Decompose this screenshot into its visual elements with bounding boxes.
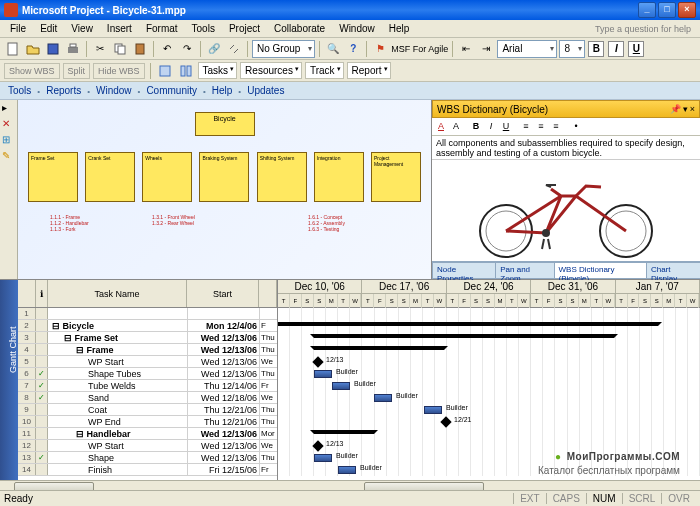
table-row[interactable]: 9CoatThu 12/21/06Thu — [18, 404, 277, 416]
tasks-menu[interactable]: Tasks — [198, 62, 238, 79]
split-button[interactable]: Split — [63, 63, 91, 79]
menu-project[interactable]: Project — [223, 21, 266, 36]
track-menu[interactable]: Track — [305, 62, 344, 79]
dict-italic-button[interactable]: I — [484, 120, 498, 134]
menu-view[interactable]: View — [65, 21, 99, 36]
view-icon-2[interactable] — [177, 62, 195, 80]
start-header[interactable]: Start — [187, 280, 259, 307]
menu-file[interactable]: File — [4, 21, 32, 36]
dict-tab[interactable]: WBS Dictionary (Bicycle) — [554, 262, 647, 279]
gantt-bar[interactable] — [374, 394, 392, 402]
gantt-bar[interactable] — [424, 406, 442, 414]
wbs-node[interactable]: Integration — [314, 152, 364, 202]
table-row[interactable]: 1 — [18, 308, 277, 320]
table-row[interactable]: 4⊟ FrameWed 12/13/06Thu — [18, 344, 277, 356]
view-icon-1[interactable] — [156, 62, 174, 80]
report-menu[interactable]: Report — [347, 62, 391, 79]
wbs-subnode-list[interactable]: 1.1.1 - Frame 1.1.2 - Handlebar 1.1.3 - … — [50, 214, 89, 232]
sec-menu-tools[interactable]: Tools — [6, 85, 33, 96]
gantt-bar[interactable] — [314, 454, 332, 462]
bold-button[interactable]: B — [588, 41, 604, 57]
save-icon[interactable] — [44, 40, 62, 58]
minimize-button[interactable]: _ — [638, 2, 656, 18]
table-row[interactable]: 13✓ShapeWed 12/13/06Thu — [18, 452, 277, 464]
finish-header[interactable] — [259, 280, 277, 307]
gantt-sidebar-label[interactable]: Gantt Chart — [0, 280, 18, 480]
unlink-icon[interactable] — [225, 40, 243, 58]
dict-tab[interactable]: Chart Display — [646, 262, 700, 279]
redo-icon[interactable]: ↷ — [178, 40, 196, 58]
pointer-icon[interactable]: ▸ — [2, 102, 16, 116]
close-button[interactable]: × — [678, 2, 696, 18]
resources-menu[interactable]: Resources — [240, 62, 302, 79]
show-wbs-button[interactable]: Show WBS — [4, 63, 60, 79]
sec-menu-community[interactable]: Community — [144, 85, 199, 96]
underline-button[interactable]: U — [628, 41, 644, 57]
gantt-bar[interactable] — [314, 370, 332, 378]
maximize-button[interactable]: □ — [658, 2, 676, 18]
outdent-icon[interactable]: ⇤ — [457, 40, 475, 58]
panel-dropdown-icon[interactable]: ▾ — [683, 104, 688, 114]
wbs-subnode-list[interactable]: 1.3.1 - Front Wheel 1.3.2 - Rear Wheel — [152, 214, 195, 226]
table-row[interactable]: 14FinishFri 12/15/06Fr — [18, 464, 277, 476]
wbs-node[interactable]: Braking System — [199, 152, 249, 202]
table-row[interactable]: 12WP StartWed 12/13/06We — [18, 440, 277, 452]
sec-menu-reports[interactable]: Reports — [44, 85, 83, 96]
dict-align-right-icon[interactable]: ≡ — [549, 120, 563, 134]
table-row[interactable]: 11⊟ HandlebarWed 12/13/06Mor — [18, 428, 277, 440]
table-row[interactable]: 10WP EndThu 12/21/06Thu — [18, 416, 277, 428]
menu-tools[interactable]: Tools — [186, 21, 221, 36]
table-row[interactable]: 3⊟ Frame SetWed 12/13/06Thu — [18, 332, 277, 344]
menu-format[interactable]: Format — [140, 21, 184, 36]
tool-icon[interactable]: ✎ — [2, 150, 16, 164]
zoom-in-icon[interactable]: 🔍 — [324, 40, 342, 58]
dict-bold-button[interactable]: B — [469, 120, 483, 134]
dict-underline-button[interactable]: U — [499, 120, 513, 134]
table-row[interactable]: 5WP StartWed 12/13/06We — [18, 356, 277, 368]
dict-font-button[interactable]: A — [449, 120, 463, 134]
cut-icon[interactable]: ✂ — [91, 40, 109, 58]
wbs-root-node[interactable]: Bicycle — [195, 112, 255, 136]
dict-align-left-icon[interactable]: ≡ — [519, 120, 533, 134]
wbs-node[interactable]: Project Management — [371, 152, 421, 202]
table-row[interactable]: 7✓Tube WeldsThu 12/14/06Fr — [18, 380, 277, 392]
wbs-node[interactable]: Frame Set — [28, 152, 78, 202]
help-search[interactable]: Type a question for help — [590, 21, 696, 37]
panel-pin-icon[interactable]: 📌 — [670, 104, 681, 114]
dict-tab[interactable]: Node Properties — [432, 262, 496, 279]
table-row[interactable]: 6✓Shape TubesWed 12/13/06Thu — [18, 368, 277, 380]
print-icon[interactable] — [64, 40, 82, 58]
wbs-node[interactable]: Shifting System — [257, 152, 307, 202]
dict-bullets-icon[interactable]: • — [569, 120, 583, 134]
menu-edit[interactable]: Edit — [34, 21, 63, 36]
dict-align-center-icon[interactable]: ≡ — [534, 120, 548, 134]
help-icon[interactable]: ? — [344, 40, 362, 58]
link-icon[interactable]: 🔗 — [205, 40, 223, 58]
open-icon[interactable] — [24, 40, 42, 58]
menu-collaborate[interactable]: Collaborate — [268, 21, 331, 36]
sec-menu-updates[interactable]: Updates — [245, 85, 286, 96]
indent-icon[interactable]: ⇥ — [477, 40, 495, 58]
dict-fontcolor-button[interactable]: A — [434, 120, 448, 134]
menu-insert[interactable]: Insert — [101, 21, 138, 36]
dictionary-description[interactable]: All components and subassemblies require… — [432, 136, 700, 160]
menu-window[interactable]: Window — [333, 21, 381, 36]
gantt-bar[interactable] — [332, 382, 350, 390]
hide-wbs-button[interactable]: Hide WBS — [93, 63, 145, 79]
wbs-node[interactable]: Crank Set — [85, 152, 135, 202]
delete-icon[interactable]: ✕ — [2, 118, 16, 132]
sec-menu-window[interactable]: Window — [94, 85, 134, 96]
table-row[interactable]: 2⊟ BicycleMon 12/4/06F — [18, 320, 277, 332]
task-name-header[interactable]: Task Name — [48, 280, 187, 307]
fontsize-combo[interactable]: 8 — [559, 40, 585, 58]
wbs-node[interactable]: Wheels — [142, 152, 192, 202]
expand-icon[interactable]: ⊞ — [2, 134, 16, 148]
menu-help[interactable]: Help — [383, 21, 416, 36]
dict-tab[interactable]: Pan and Zoom — [495, 262, 554, 279]
msf-flag-icon[interactable]: ⚑ — [371, 40, 389, 58]
undo-icon[interactable]: ↶ — [158, 40, 176, 58]
panel-close-icon[interactable]: × — [690, 104, 695, 114]
table-row[interactable]: 8✓SandWed 12/18/06We — [18, 392, 277, 404]
italic-button[interactable]: I — [608, 41, 624, 57]
gantt-bar[interactable] — [338, 466, 356, 474]
